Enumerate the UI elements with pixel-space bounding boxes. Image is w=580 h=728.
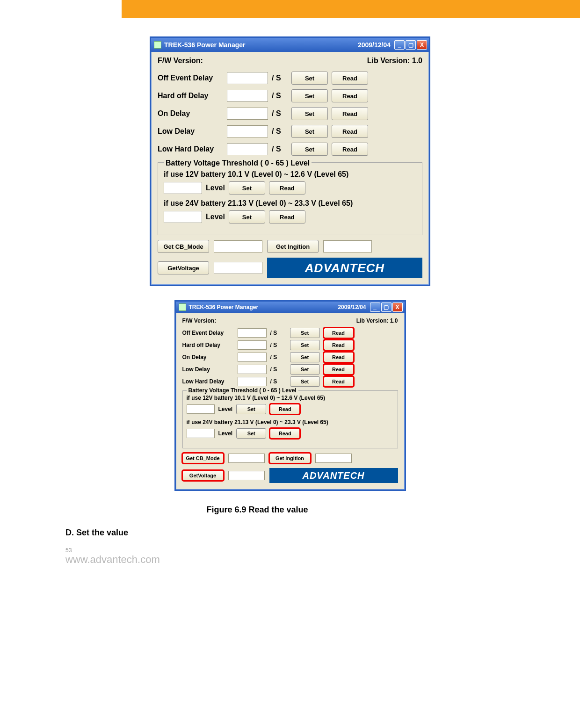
- off-event-delay-label: Off Event Delay: [158, 74, 223, 82]
- row-low-hard-delay: Low Hard Delay / S Set Read: [182, 376, 398, 387]
- battery-threshold-group: Battery Voltage Threshold ( 0 - 65 ) Lev…: [158, 162, 422, 235]
- battery-12v-line: if use 12V battery 10.1 V (Level 0) ~ 12…: [187, 395, 394, 401]
- on-read-button[interactable]: Read: [324, 352, 354, 362]
- app-icon: [154, 41, 161, 49]
- get-ignition-button[interactable]: Get Ingition: [267, 240, 319, 253]
- battery-threshold-group: Battery Voltage Threshold ( 0 - 65 ) Lev…: [182, 390, 398, 448]
- on-set-button[interactable]: Set: [290, 352, 320, 362]
- off-event-delay-input[interactable]: [238, 328, 267, 338]
- level-label: Level: [206, 213, 225, 221]
- unit-label: / S: [270, 378, 286, 385]
- row-on-delay: On Delay / S Set Read: [158, 107, 422, 120]
- close-icon[interactable]: X: [417, 40, 427, 50]
- minimize-icon[interactable]: _: [394, 40, 405, 50]
- minimize-icon[interactable]: _: [370, 303, 380, 312]
- advantech-logo: ADVANTECH: [269, 468, 398, 483]
- battery-threshold-title: Battery Voltage Threshold ( 0 - 65 ) Lev…: [187, 387, 298, 394]
- figure-caption: Figure 6.9 Read the value: [0, 505, 515, 515]
- on-delay-input[interactable]: [227, 108, 268, 120]
- maximize-icon[interactable]: ▢: [381, 303, 392, 312]
- off-event-read-button[interactable]: Read: [324, 328, 354, 338]
- on-delay-input[interactable]: [238, 353, 267, 362]
- level-label: Level: [218, 406, 233, 412]
- battery-24v-set-button[interactable]: Set: [236, 428, 266, 439]
- battery-12v-level-input[interactable]: [187, 404, 215, 414]
- off-event-set-button[interactable]: Set: [291, 72, 328, 85]
- lib-version-label: Lib Version: 1.0: [356, 317, 398, 324]
- battery-24v-set-button[interactable]: Set: [229, 210, 265, 223]
- battery-24v-level-input[interactable]: [164, 211, 202, 223]
- battery-12v-read-button[interactable]: Read: [270, 404, 300, 414]
- hard-off-read-button[interactable]: Read: [332, 89, 368, 102]
- low-set-button[interactable]: Set: [290, 364, 320, 375]
- get-voltage-button[interactable]: GetVoltage: [182, 470, 224, 481]
- get-ignition-button[interactable]: Get Ingition: [269, 453, 311, 463]
- low-read-button[interactable]: Read: [324, 364, 354, 375]
- low-set-button[interactable]: Set: [291, 125, 328, 138]
- row-hard-off-delay: Hard off Delay / S Set Read: [158, 89, 422, 102]
- hard-off-set-button[interactable]: Set: [291, 89, 328, 102]
- get-cb-mode-button[interactable]: Get CB_Mode: [182, 453, 224, 463]
- window-title: TREK-536 Power Manager: [189, 304, 259, 310]
- page-number: 53: [65, 547, 515, 554]
- row-hard-off-delay: Hard off Delay / S Set Read: [182, 340, 398, 350]
- unit-label: / S: [270, 354, 286, 360]
- low-hard-delay-input[interactable]: [227, 143, 268, 155]
- row-low-delay: Low Delay / S Set Read: [158, 125, 422, 138]
- battery-12v-set-button[interactable]: Set: [229, 181, 265, 195]
- low-delay-label: Low Delay: [182, 366, 234, 373]
- battery-12v-set-button[interactable]: Set: [236, 404, 266, 414]
- on-read-button[interactable]: Read: [332, 107, 368, 120]
- row-off-event-delay: Off Event Delay / S Set Read: [182, 328, 398, 338]
- unit-label: / S: [272, 145, 288, 153]
- on-delay-label: On Delay: [182, 354, 234, 360]
- hard-off-delay-input[interactable]: [227, 90, 268, 102]
- titlebar[interactable]: TREK-536 Power Manager 2009/12/04 _ ▢ X: [176, 302, 405, 313]
- off-event-set-button[interactable]: Set: [290, 328, 320, 338]
- low-hard-delay-input[interactable]: [238, 377, 267, 386]
- row-low-hard-delay: Low Hard Delay / S Set Read: [158, 143, 422, 156]
- get-voltage-button[interactable]: GetVoltage: [158, 261, 209, 274]
- site-url: www.advantech.com: [65, 554, 515, 566]
- battery-24v-line: if use 24V battery 21.13 V (Level 0) ~ 2…: [187, 419, 394, 425]
- lib-version-label: Lib Version: 1.0: [367, 57, 422, 65]
- low-hard-delay-label: Low Hard Delay: [182, 378, 234, 385]
- low-hard-set-button[interactable]: Set: [291, 143, 328, 156]
- battery-24v-read-button[interactable]: Read: [269, 210, 305, 223]
- close-icon[interactable]: X: [392, 303, 403, 312]
- off-event-read-button[interactable]: Read: [332, 72, 368, 85]
- unit-label: / S: [272, 92, 288, 100]
- on-set-button[interactable]: Set: [291, 107, 328, 120]
- fw-version-label: F/W Version:: [182, 317, 217, 324]
- maximize-icon[interactable]: ▢: [406, 40, 416, 50]
- unit-label: / S: [272, 74, 288, 82]
- battery-12v-level-input[interactable]: [164, 182, 202, 194]
- advantech-logo: ADVANTECH: [267, 258, 422, 278]
- unit-label: / S: [270, 330, 286, 336]
- off-event-delay-input[interactable]: [227, 72, 268, 84]
- low-hard-delay-label: Low Hard Delay: [158, 145, 223, 153]
- low-delay-input[interactable]: [238, 365, 267, 374]
- ignition-readout: [323, 240, 372, 252]
- low-hard-read-button[interactable]: Read: [324, 376, 354, 387]
- hard-off-delay-label: Hard off Delay: [158, 92, 223, 100]
- window-title: TREK-536 Power Manager: [164, 41, 246, 49]
- titlebar[interactable]: TREK-536 Power Manager 2009/12/04 _ ▢ X: [151, 38, 429, 52]
- low-delay-label: Low Delay: [158, 127, 223, 136]
- battery-24v-level-input[interactable]: [187, 429, 215, 438]
- low-delay-input[interactable]: [227, 125, 268, 137]
- hard-off-delay-input[interactable]: [238, 340, 267, 350]
- battery-12v-read-button[interactable]: Read: [269, 181, 305, 195]
- get-cb-mode-button[interactable]: Get CB_Mode: [158, 240, 209, 253]
- low-hard-read-button[interactable]: Read: [332, 143, 368, 156]
- battery-24v-read-button[interactable]: Read: [270, 428, 300, 439]
- voltage-readout: [214, 262, 262, 274]
- hard-off-read-button[interactable]: Read: [324, 340, 354, 350]
- low-hard-set-button[interactable]: Set: [290, 376, 320, 387]
- hard-off-set-button[interactable]: Set: [290, 340, 320, 350]
- fw-version-label: F/W Version:: [158, 57, 203, 65]
- power-manager-window-2: TREK-536 Power Manager 2009/12/04 _ ▢ X …: [174, 300, 406, 491]
- low-read-button[interactable]: Read: [332, 125, 368, 138]
- ignition-readout: [315, 454, 352, 463]
- row-low-delay: Low Delay / S Set Read: [182, 364, 398, 375]
